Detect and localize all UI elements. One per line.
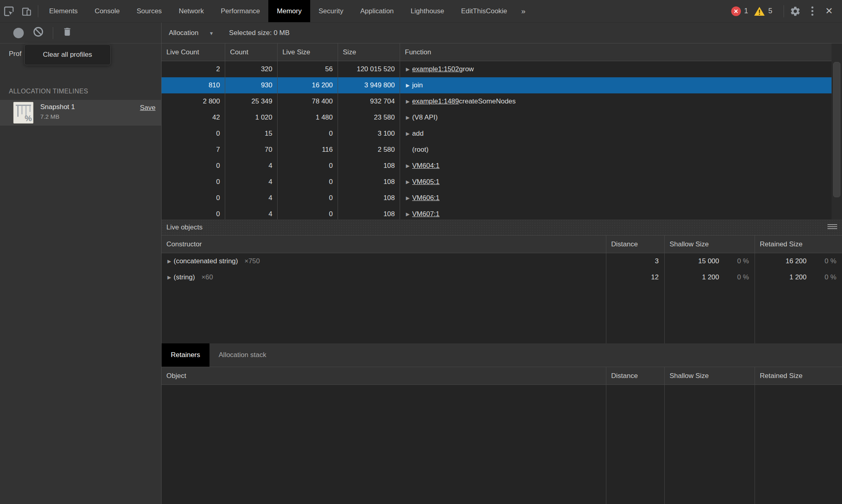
expand-arrow-icon[interactable]: ▶ xyxy=(165,275,174,280)
device-toolbar-icon xyxy=(21,6,32,17)
allocation-timelines-heading: ALLOCATION TIMELINES xyxy=(9,88,88,95)
hamburger-menu-icon[interactable] xyxy=(827,224,837,230)
clear-all-profiles-tooltip: Clear all profiles xyxy=(24,44,111,65)
tab-elements[interactable]: Elements xyxy=(41,0,86,22)
tab-sources[interactable]: Sources xyxy=(128,0,170,22)
settings-button[interactable] xyxy=(786,6,804,17)
expand-arrow-icon[interactable]: ▶ xyxy=(403,195,412,201)
column-header-shallow-size[interactable]: Shallow Size xyxy=(664,367,755,384)
snapshot-list-item[interactable]: % Snapshot 1 7.2 MB Save xyxy=(0,100,161,126)
tab-security[interactable]: Security xyxy=(310,0,352,22)
expand-arrow-icon[interactable]: ▶ xyxy=(403,179,412,185)
column-header-distance[interactable]: Distance xyxy=(606,235,664,253)
expand-arrow-icon[interactable]: ▶ xyxy=(403,163,412,169)
trash-icon xyxy=(62,26,73,39)
expand-arrow-icon[interactable]: ▶ xyxy=(403,83,412,88)
expand-arrow-icon[interactable]: ▶ xyxy=(403,131,412,136)
constructor-row[interactable]: ▶(string)×60 12 1 2000 % 1 2000 % xyxy=(162,269,842,285)
tabbar-right-separator xyxy=(784,5,784,17)
object-table-body xyxy=(162,385,842,504)
tab-retainers[interactable]: Retainers xyxy=(162,343,209,367)
column-header-retained-size[interactable]: Retained Size xyxy=(755,235,842,253)
profiles-panel-title: Prof xyxy=(9,50,21,58)
more-tabs-button[interactable]: » xyxy=(516,0,531,22)
profiler-toolbar xyxy=(0,23,161,43)
instance-count: ×750 xyxy=(245,257,260,265)
table-row-selected[interactable]: 81093016 2003 949 800 ▶join xyxy=(162,77,842,93)
instance-count: ×60 xyxy=(201,273,213,281)
column-header-distance[interactable]: Distance xyxy=(606,367,664,384)
table-row[interactable]: 040108 ▶VM604:1 xyxy=(162,158,842,174)
column-header-retained-size[interactable]: Retained Size xyxy=(755,367,842,384)
clear-profiles-button[interactable] xyxy=(33,26,44,39)
grid-scrollbar[interactable] xyxy=(832,43,842,219)
source-link[interactable]: VM607:1 xyxy=(412,210,440,218)
snapshot-save-link[interactable]: Save xyxy=(140,104,156,112)
table-row[interactable]: 040108 ▶VM606:1 xyxy=(162,190,842,206)
expand-arrow-icon[interactable]: ▶ xyxy=(403,115,412,120)
column-header-object[interactable]: Object xyxy=(162,367,606,384)
profiler-toolbar-separator xyxy=(53,27,53,39)
column-header-function[interactable]: Function xyxy=(400,43,842,61)
column-header-live-size[interactable]: Live Size xyxy=(278,43,338,61)
console-status-badges[interactable]: ✕ 1 5 xyxy=(731,6,778,16)
table-row[interactable]: 2 80025 34978 400932 704 ▶example1:1489c… xyxy=(162,93,842,109)
expand-arrow-icon[interactable]: ▶ xyxy=(403,99,412,104)
table-row[interactable]: 232056120 015 520 ▶example1:1502grow xyxy=(162,61,842,77)
tab-editthiscookie[interactable]: EditThisCookie xyxy=(453,0,516,22)
expand-arrow-icon[interactable]: ▶ xyxy=(403,211,412,217)
table-row[interactable]: 040108 ▶VM607:1 xyxy=(162,206,842,219)
column-header-shallow-size[interactable]: Shallow Size xyxy=(664,235,755,253)
table-row[interactable]: 7701162 580 (root) xyxy=(162,142,842,158)
error-badge-icon: ✕ xyxy=(731,6,741,16)
source-link[interactable]: example1:1502 xyxy=(412,65,459,73)
block-icon xyxy=(33,26,44,39)
delete-profile-button[interactable] xyxy=(62,26,73,39)
warning-badge-icon xyxy=(754,6,765,16)
object-table-header: Object Distance Shallow Size Retained Si… xyxy=(162,367,842,385)
error-count: 1 xyxy=(744,7,748,15)
column-header-constructor[interactable]: Constructor xyxy=(162,235,606,253)
warning-count: 5 xyxy=(768,7,772,15)
tab-console[interactable]: Console xyxy=(86,0,128,22)
source-link[interactable]: VM606:1 xyxy=(412,194,440,202)
device-toolbar-button[interactable] xyxy=(18,0,35,22)
view-mode-dropdown[interactable]: Allocation xyxy=(169,29,199,37)
tab-performance[interactable]: Performance xyxy=(212,0,268,22)
gear-icon xyxy=(790,6,801,17)
allocation-grid-header: Live Count Count Live Size Size Function xyxy=(162,43,842,61)
selected-size-label: Selected size: 0 MB xyxy=(229,29,290,37)
expand-arrow-icon[interactable]: ▶ xyxy=(165,258,174,264)
inspect-element-button[interactable] xyxy=(0,0,18,22)
constructor-table-header: Constructor Distance Shallow Size Retain… xyxy=(162,235,842,253)
devtools-window: Elements Console Sources Network Perform… xyxy=(0,0,842,504)
close-devtools-button[interactable]: ✕ xyxy=(820,0,838,23)
record-icon xyxy=(13,28,24,38)
tabbar-separator xyxy=(38,5,38,17)
scrollbar-thumb[interactable] xyxy=(833,62,840,197)
source-link[interactable]: VM605:1 xyxy=(412,178,440,186)
constructor-row[interactable]: ▶(concatenated string)×750 3 15 0000 % 1… xyxy=(162,253,842,269)
retainers-tabbar: Retainers Allocation stack xyxy=(162,343,842,367)
allocation-view-toolbar: Allocation ▼ Selected size: 0 MB xyxy=(162,23,842,43)
tab-application[interactable]: Application xyxy=(352,0,402,22)
column-header-size[interactable]: Size xyxy=(338,43,400,61)
column-header-count[interactable]: Count xyxy=(225,43,278,61)
tab-memory[interactable]: Memory xyxy=(268,0,310,22)
table-row[interactable]: 421 0201 48023 580 ▶(V8 API) xyxy=(162,109,842,126)
devtools-tabbar: Elements Console Sources Network Perform… xyxy=(0,0,842,23)
tab-lighthouse[interactable]: Lighthouse xyxy=(402,0,452,22)
more-options-button[interactable] xyxy=(804,0,820,23)
chevron-down-icon[interactable]: ▼ xyxy=(209,31,214,36)
column-header-live-count[interactable]: Live Count xyxy=(162,43,225,61)
source-link[interactable]: example1:1489 xyxy=(412,97,459,105)
record-allocation-button[interactable] xyxy=(13,28,24,38)
snapshot-size: 7.2 MB xyxy=(40,113,60,120)
table-row[interactable]: 040108 ▶VM605:1 xyxy=(162,174,842,190)
table-row[interactable]: 01503 100 ▶add xyxy=(162,126,842,142)
expand-arrow-icon[interactable]: ▶ xyxy=(403,66,412,72)
tab-allocation-stack[interactable]: Allocation stack xyxy=(209,343,276,367)
source-link[interactable]: VM604:1 xyxy=(412,162,440,170)
snapshot-title: Snapshot 1 xyxy=(40,103,75,111)
tab-network[interactable]: Network xyxy=(170,0,212,22)
